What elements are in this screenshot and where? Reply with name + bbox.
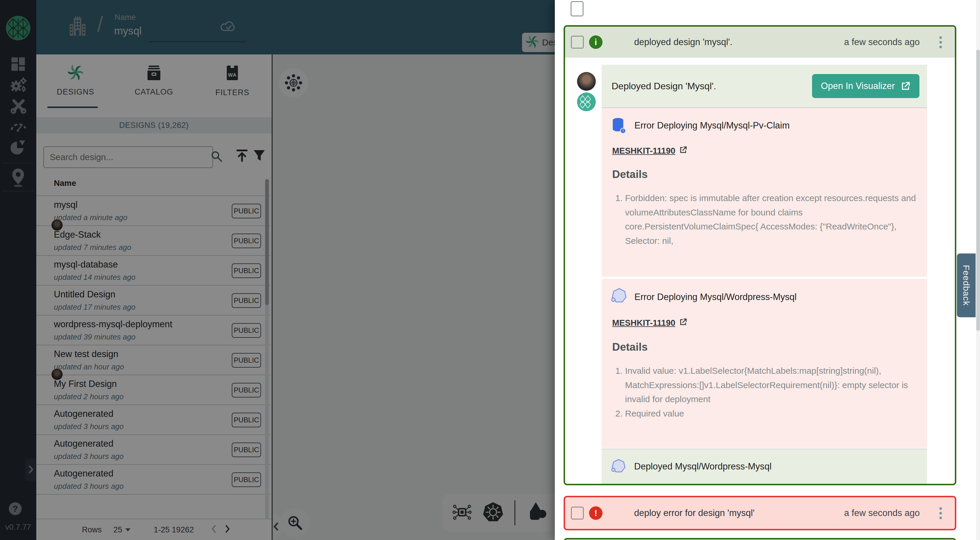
error-icon: ! (589, 507, 603, 520)
deployed-success-row: Deployed Mysql/Wordpress-Mysql (601, 449, 927, 484)
database-icon: ? (612, 117, 626, 135)
notification-time: a few seconds ago (844, 508, 920, 518)
error-section: ? Error Deploying Mysql/Mysql-Pv-Claim M… (601, 108, 927, 277)
meshery-app: ? v0.7.77 / Name (0, 0, 980, 540)
more-menu-icon[interactable] (939, 507, 942, 519)
notification-card-partial (563, 538, 956, 540)
external-link-icon (901, 81, 911, 91)
error-details-list: Forbidden: spec is immutable after creat… (612, 191, 921, 248)
svg-text:?: ? (622, 129, 624, 133)
notification-card-deployed: i deployed design 'mysql'. a few seconds… (563, 25, 956, 485)
page-scrollbar-thumb[interactable] (976, 50, 980, 331)
error-title: Error Deploying Mysql/Wordpress-Mysql (635, 292, 797, 302)
meshkit-link-label: MESHKIT-11190 (612, 318, 675, 328)
error-detail-item: Forbidden: spec is immutable after creat… (625, 193, 916, 245)
notification-title: deployed design 'mysql'. (634, 37, 732, 48)
details-heading: Details (612, 168, 648, 181)
error-title: Error Deploying Mysql/Mysql-Pv-Claim (635, 120, 790, 131)
feedback-tab[interactable]: Feedback (957, 253, 975, 317)
deployed-success-text: Deployed Mysql/Wordpress-Mysql (634, 461, 772, 472)
external-link-icon (679, 318, 687, 326)
more-menu-icon[interactable] (939, 36, 942, 48)
notification-checkbox[interactable] (571, 507, 584, 519)
notification-checkbox[interactable] (571, 1, 584, 16)
notification-title: deploy error for design 'mysql' (634, 508, 755, 518)
notification-card-error: ! deploy error for design 'mysql' a few … (563, 496, 956, 530)
error-section: Error Deploying Mysql/Wordpress-Mysql ME… (601, 279, 927, 448)
deployment-summary-row: Deployed Design 'Mysql'. Open In Visuali… (601, 65, 927, 108)
meshkit-link[interactable]: MESHKIT-11190 (612, 318, 687, 328)
open-in-visualizer-label: Open In Visualizer (821, 81, 895, 91)
notification-checkbox[interactable] (571, 36, 584, 49)
notification-time: a few seconds ago (844, 37, 920, 48)
deployment-icon (611, 288, 627, 305)
meshery-avatar (577, 92, 596, 111)
notification-panel: i deployed design 'mysql'. a few seconds… (555, 0, 980, 540)
notification-card-header[interactable]: i deployed design 'mysql'. a few seconds… (565, 27, 955, 58)
deployment-summary-text: Deployed Design 'Mysql'. (612, 81, 716, 92)
deployment-icon (611, 459, 626, 475)
meshkit-link-label: MESHKIT-11190 (612, 146, 675, 156)
notification-card-header[interactable]: ! deploy error for design 'mysql' a few … (565, 497, 955, 529)
meshkit-link[interactable]: MESHKIT-11190 (612, 146, 687, 156)
details-heading: Details (612, 341, 648, 353)
error-detail-item: Required value (625, 409, 684, 418)
info-icon: i (589, 35, 603, 49)
feedback-label: Feedback (961, 265, 971, 306)
open-in-visualizer-button[interactable]: Open In Visualizer (812, 74, 920, 98)
error-detail-item: Invalid value: v1.LabelSelector{MatchLab… (625, 366, 908, 404)
user-avatar (577, 72, 596, 91)
external-link-icon (679, 146, 687, 154)
error-details-list: Invalid value: v1.LabelSelector{MatchLab… (612, 364, 921, 421)
